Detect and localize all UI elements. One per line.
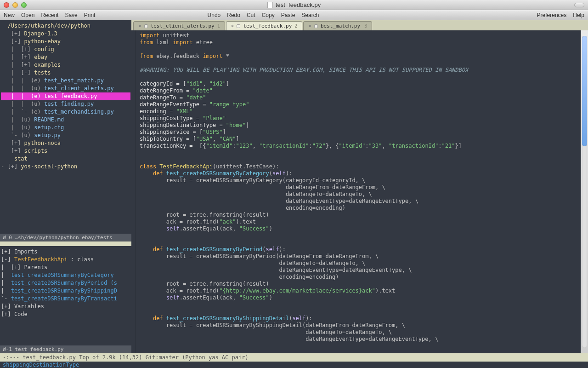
outline-item[interactable]: | test_createDSRSummaryByPeriod (s (1, 279, 130, 287)
tree-item[interactable]: [-] python-ebay (1, 38, 130, 46)
close-icon[interactable]: ⨯ (231, 23, 234, 29)
menu-undo[interactable]: Undo (208, 12, 221, 18)
outline-panel[interactable]: [+] Imports[-] TestFeedbackhApi : class|… (0, 246, 131, 345)
menu-preferences[interactable]: Preferences (537, 12, 567, 18)
menu-cut[interactable]: Cut (247, 12, 255, 18)
file-icon (314, 24, 318, 28)
outline-item[interactable]: | test_createDSRSummaryByShippingD (1, 287, 130, 295)
outline-item[interactable]: | test_createDSRSummaryByCategory (1, 271, 130, 279)
tree-item[interactable]: [+] scripts (1, 147, 130, 155)
tab[interactable]: ⨯test_client_alerts.py1 (133, 21, 225, 30)
tree-item[interactable]: `- (u) setup.py (1, 132, 130, 139)
outline-item[interactable]: [+] Variables (1, 303, 130, 310)
tab[interactable]: ⨯test_feedback.py2 (226, 21, 303, 30)
menu-open[interactable]: Open (21, 12, 34, 18)
tree-item[interactable]: | | (u) test_finding.py (1, 100, 130, 108)
tree-item[interactable]: [+] Django-1.3 (1, 30, 130, 38)
traffic-lights (4, 2, 27, 8)
outline-item[interactable]: [-] TestFeedbackhApi : class (1, 256, 130, 264)
tree-item[interactable]: | [-] tests (1, 69, 130, 77)
zoom-window-button[interactable] (21, 2, 27, 8)
tab-bar: ⨯test_client_alerts.py1⨯test_feedback.py… (131, 20, 588, 30)
editor[interactable]: import unittestfrom lxml import etree fr… (136, 30, 581, 353)
tree-item[interactable]: | (u) README.md (1, 116, 130, 124)
menubar: NewOpenRecentSavePrint UndoRedoCutCopyPa… (0, 10, 588, 20)
sidebar: /Users/utkarsh/dev/python [+] Django-1.3… (0, 20, 131, 353)
outline-item[interactable]: `- test_createDSRSummaryByTransacti (1, 295, 130, 303)
outline-item[interactable]: | [+] Parents (1, 264, 130, 271)
tab-label: best_match.py (321, 23, 360, 29)
file-icon (144, 24, 148, 28)
tree-item[interactable]: | | (u) test_client_alerts.py (1, 85, 130, 92)
tree-root[interactable]: /Users/utkarsh/dev/python (1, 22, 130, 30)
minibuffer[interactable]: shippingDestinationType (0, 362, 588, 368)
menu-print[interactable]: Print (84, 12, 96, 18)
menu-save[interactable]: Save (65, 12, 77, 18)
menu-search[interactable]: Search (301, 12, 319, 18)
close-window-button[interactable] (4, 2, 9, 8)
close-icon[interactable]: ⨯ (138, 23, 141, 29)
menu-new[interactable]: New (4, 12, 15, 18)
outline-item[interactable]: [+] Code (1, 310, 130, 318)
window-title: test_feedback.py (276, 1, 321, 8)
tree-item[interactable]: | [+] examples (1, 61, 130, 69)
outline-modeline: W-1 test_feedback.py (0, 345, 131, 353)
file-tree[interactable]: /Users/utkarsh/dev/python [+] Django-1.3… (0, 20, 131, 234)
tab[interactable]: ⨯best_match.py3 (303, 21, 372, 30)
tree-item[interactable]: | `- (e) test_merchandising.py (1, 108, 130, 116)
menu-redo[interactable]: Redo (227, 12, 240, 18)
tab-index: 3 (364, 23, 367, 29)
mode-line: -:--- test_feedback.py Top of 2.9k (14,3… (0, 353, 588, 362)
titlebar: test_feedback.py (0, 0, 588, 10)
menu-help[interactable]: Help (573, 12, 584, 18)
tab-label: test_client_alerts.py (151, 23, 215, 29)
tree-item[interactable]: | | (e) test_best_match.py (1, 77, 130, 85)
tab-index: 1 (217, 23, 220, 29)
scrollbar-vertical[interactable] (581, 30, 588, 353)
tree-item[interactable]: - [+] yos-social-python (1, 163, 130, 171)
editor-fringe (131, 30, 136, 353)
tree-item[interactable]: | [+] config (1, 46, 130, 53)
panel-separator[interactable] (0, 242, 131, 246)
menu-paste[interactable]: Paste (281, 12, 295, 18)
menu-recent[interactable]: Recent (41, 12, 58, 18)
toolbar-pill-button[interactable] (574, 3, 584, 7)
minimize-window-button[interactable] (12, 2, 18, 8)
tree-item[interactable]: stat (1, 155, 130, 163)
outline-item[interactable]: [+] Imports (1, 248, 130, 256)
close-icon[interactable]: ⨯ (308, 23, 311, 29)
tree-item[interactable]: | | (e) test_feedback.py (1, 92, 130, 100)
tab-index: 2 (294, 23, 297, 29)
tree-item[interactable]: | (u) setup.cfg (1, 124, 130, 132)
tree-item[interactable]: [+] python-noca (1, 139, 130, 147)
tree-modeline: W-0 …sh/dev/python/python-ebay/tests (0, 234, 131, 242)
menu-copy[interactable]: Copy (262, 12, 275, 18)
file-icon (267, 2, 273, 8)
tab-label: test_feedback.py (243, 23, 292, 29)
tree-item[interactable]: | [+] ebay (1, 53, 130, 61)
file-icon (237, 24, 240, 28)
